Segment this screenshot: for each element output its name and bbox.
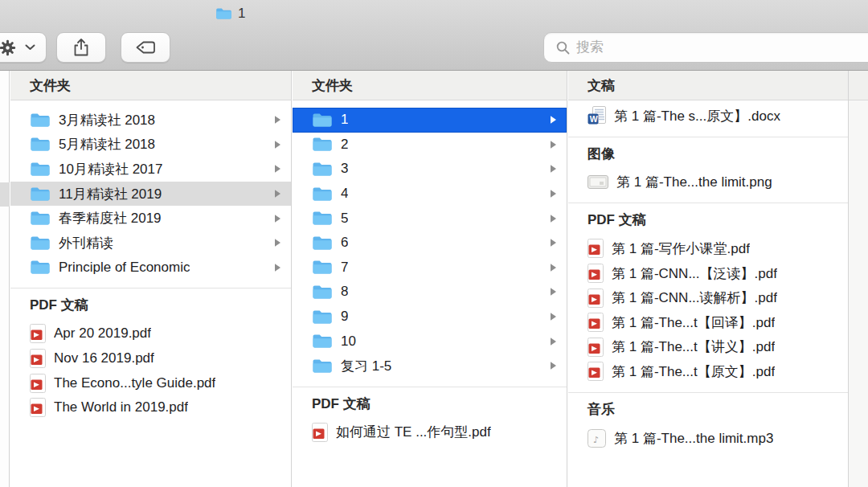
group-header: 图像	[568, 137, 848, 168]
search-field[interactable]	[543, 32, 868, 63]
folder-row[interactable]: 5月精读社 2018	[10, 133, 291, 158]
tag-button[interactable]	[121, 32, 170, 63]
group-rows: 第 1 篇-The...the limit.png	[568, 168, 848, 195]
file-row[interactable]: 第 1 篇-写作小课堂.pdf	[568, 236, 848, 261]
window-chrome: 1	[0, 0, 868, 71]
pdf-icon	[588, 239, 604, 258]
chevron-right-icon	[550, 312, 557, 321]
pdf-icon	[30, 398, 46, 417]
item-label: Principle of Economic	[59, 260, 190, 276]
group-rows: 12345678910复习 1-5	[293, 100, 567, 379]
column-group: 图像第 1 篇-The...the limit.png	[568, 137, 848, 195]
item-label: 7	[341, 260, 348, 276]
item-label: 2	[341, 137, 348, 153]
folder-icon	[312, 113, 333, 128]
item-label: 6	[341, 235, 348, 251]
chevron-down-icon	[25, 44, 35, 51]
tag-icon	[135, 40, 156, 55]
file-row[interactable]: 第 1 篇-The...t【讲义】.pdf	[568, 335, 848, 360]
folder-icon	[30, 235, 51, 251]
folder-row[interactable]: 春季精度社 2019	[10, 206, 291, 231]
folder-icon	[215, 7, 232, 20]
folder-row[interactable]: Principle of Economic	[10, 256, 291, 280]
folder-icon	[312, 284, 333, 300]
group-header: PDF 文稿	[568, 203, 848, 234]
group-header: 文稿	[568, 71, 848, 100]
file-row[interactable]: 第 1 篇-The...t【回译】.pdf	[568, 310, 848, 335]
chevron-right-icon	[550, 214, 557, 223]
pdf-icon	[30, 349, 46, 368]
action-menu-button[interactable]	[0, 32, 47, 63]
item-label: 5月精读社 2018	[59, 135, 155, 153]
group-rows: 如何通过 TE ...作句型.pdf	[293, 418, 567, 445]
pdf-icon	[588, 362, 604, 381]
next-column-edge	[849, 71, 868, 487]
folder-row[interactable]: 5	[293, 206, 567, 231]
file-row[interactable]: The Econo...tyle Guide.pdf	[10, 370, 291, 395]
group-rows: ♪第 1 篇-The...the limit.mp3	[568, 424, 848, 451]
chevron-right-icon	[274, 189, 281, 198]
previous-column-edge	[0, 71, 10, 487]
folder-icon	[312, 358, 333, 374]
column-group: PDF 文稿第 1 篇-写作小课堂.pdf第 1 篇-CNN...【泛读】.pd…	[568, 203, 848, 384]
pdf-icon	[588, 289, 604, 308]
group-header: PDF 文稿	[10, 289, 291, 319]
file-row[interactable]: 如何通过 TE ...作句型.pdf	[293, 420, 567, 445]
file-row[interactable]: 第 1 篇-The...the limit.png	[568, 170, 848, 195]
svg-text:♪: ♪	[593, 434, 599, 444]
gear-icon	[0, 39, 16, 56]
search-input[interactable]	[576, 39, 817, 55]
file-row[interactable]: 第 1 篇-CNN...【泛读】.pdf	[568, 261, 848, 286]
file-row[interactable]: Nov 16 2019.pdf	[10, 346, 291, 371]
column-group: 音乐♪第 1 篇-The...the limit.mp3	[568, 392, 848, 451]
folder-row[interactable]: 3月精读社 2018	[10, 108, 291, 133]
file-row[interactable]: ♪第 1 篇-The...the limit.mp3	[568, 426, 848, 451]
chevron-right-icon	[550, 189, 557, 198]
pdf-icon	[588, 313, 604, 332]
chevron-right-icon	[274, 263, 281, 272]
folder-row[interactable]: 2	[293, 133, 567, 158]
folder-row[interactable]: 9	[293, 305, 567, 329]
file-row[interactable]: The World in 2019.pdf	[10, 395, 291, 420]
file-row[interactable]: Apr 20 2019.pdf	[10, 321, 291, 346]
item-label: 3	[341, 161, 348, 177]
folder-row[interactable]: 11月精读社 2019	[10, 182, 291, 207]
folder-icon	[30, 137, 51, 152]
finder-column-3: 文稿W第 1 篇-The s...原文】.docx图像第 1 篇-The...t…	[568, 71, 849, 487]
column-group: 文件夹3月精读社 20185月精读社 201810月精读社 201711月精读社…	[10, 71, 291, 280]
folder-row[interactable]: 6	[293, 231, 567, 256]
window-title-text: 1	[238, 6, 245, 22]
column-group: PDF 文稿如何通过 TE ...作句型.pdf	[293, 387, 567, 445]
item-label: 9	[341, 309, 348, 325]
folder-row[interactable]: 10	[293, 329, 567, 354]
item-label: 第 1 篇-The...the limit.mp3	[614, 429, 773, 448]
item-label: 8	[341, 284, 348, 300]
item-label: 4	[341, 186, 348, 202]
folder-row[interactable]: 1	[293, 108, 567, 133]
file-row[interactable]: 第 1 篇-The...t【原文】.pdf	[568, 359, 848, 384]
folder-row[interactable]: 4	[293, 182, 567, 207]
item-label: 第 1 篇-The...t【回译】.pdf	[612, 313, 775, 332]
item-label: 第 1 篇-The s...原文】.docx	[614, 107, 780, 125]
pdf-icon	[588, 338, 604, 357]
folder-row[interactable]: 外刊精读	[10, 231, 291, 256]
folder-icon	[30, 186, 51, 202]
audio-icon: ♪	[588, 429, 606, 448]
folder-row[interactable]: 7	[293, 256, 567, 280]
pdf-icon	[30, 374, 46, 393]
word-icon: W	[588, 106, 606, 125]
folder-icon	[30, 260, 51, 275]
item-label: The World in 2019.pdf	[54, 399, 188, 415]
folder-row[interactable]: 复习 1-5	[293, 354, 567, 379]
file-row[interactable]: W第 1 篇-The s...原文】.docx	[568, 104, 848, 129]
folder-row[interactable]: 3	[293, 157, 567, 182]
share-button[interactable]	[56, 32, 106, 63]
item-label: 1	[341, 112, 348, 128]
folder-icon	[30, 211, 51, 226]
file-row[interactable]: 第 1 篇-CNN...读解析】.pdf	[568, 285, 848, 310]
folder-row[interactable]: 8	[293, 280, 567, 305]
finder-column-1: 文件夹3月精读社 20185月精读社 201810月精读社 201711月精读社…	[10, 71, 292, 487]
folder-row[interactable]: 10月精读社 2017	[10, 157, 291, 182]
next-column-header-band	[849, 71, 868, 100]
item-label: 3月精读社 2018	[59, 111, 155, 129]
